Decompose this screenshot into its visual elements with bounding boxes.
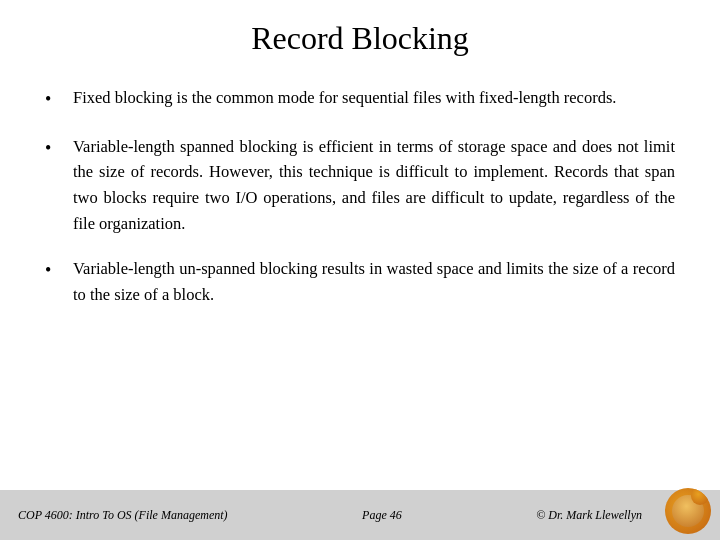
bullet-dot-3: • [45,257,65,285]
bullet-text-1: Fixed blocking is the common mode for se… [73,85,675,111]
logo-ear [691,488,709,505]
slide-title: Record Blocking [45,20,675,57]
bullet-item-3: • Variable-length un-spanned blocking re… [45,256,675,307]
logo-circle [665,488,711,534]
footer-author-label: © Dr. Mark Llewellyn [536,508,642,523]
slide: Record Blocking • Fixed blocking is the … [0,0,720,540]
bullet-dot-1: • [45,86,65,114]
bullet-list: • Fixed blocking is the common mode for … [45,85,675,307]
footer-course-label: COP 4600: Intro To OS (File Management) [18,508,228,523]
footer-page-label: Page 46 [362,508,402,523]
slide-footer: COP 4600: Intro To OS (File Management) … [0,490,720,540]
bullet-item-1: • Fixed blocking is the common mode for … [45,85,675,114]
bullet-item-2: • Variable-length spanned blocking is ef… [45,134,675,236]
footer-logo [665,488,715,538]
bullet-text-3: Variable-length un-spanned blocking resu… [73,256,675,307]
logo-inner [672,495,704,527]
slide-content: Record Blocking • Fixed blocking is the … [0,0,720,490]
bullet-text-2: Variable-length spanned blocking is effi… [73,134,675,236]
bullet-dot-2: • [45,135,65,163]
